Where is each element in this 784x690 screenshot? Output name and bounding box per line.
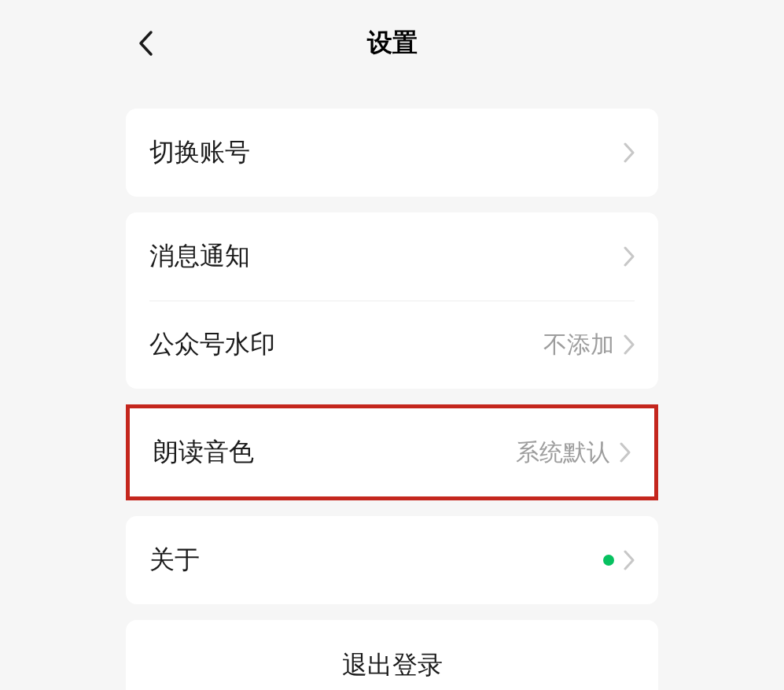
settings-page: 设置 切换账号 消息通知	[0, 0, 784, 690]
page-title: 设置	[367, 26, 418, 61]
logout-group: 退出登录	[126, 620, 658, 690]
chevron-right-icon	[624, 142, 635, 163]
row-switch-account[interactable]: 切换账号	[126, 109, 658, 197]
logout-button[interactable]: 退出登录	[126, 620, 658, 690]
row-label: 公众号水印	[149, 327, 275, 362]
row-right	[603, 550, 635, 570]
row-value: 不添加	[543, 329, 614, 361]
row-right: 系统默认	[516, 437, 631, 469]
chevron-right-icon	[620, 442, 631, 463]
badge-dot-icon	[603, 555, 614, 566]
row-label: 朗读音色	[153, 435, 254, 470]
settings-group: 关于	[126, 516, 658, 604]
row-watermark[interactable]: 公众号水印 不添加	[126, 301, 658, 389]
settings-group: 切换账号	[126, 109, 658, 197]
chevron-right-icon	[624, 334, 635, 355]
settings-group-highlighted: 朗读音色 系统默认	[126, 404, 658, 500]
row-label: 切换账号	[149, 135, 250, 170]
chevron-right-icon	[624, 550, 635, 570]
chevron-left-icon	[138, 30, 153, 57]
row-label: 消息通知	[149, 239, 250, 274]
row-right: 不添加	[543, 329, 635, 361]
logout-label: 退出登录	[342, 648, 443, 683]
back-button[interactable]	[130, 28, 161, 59]
settings-group: 消息通知 公众号水印 不添加	[126, 212, 658, 389]
row-right	[624, 142, 635, 163]
row-notifications[interactable]: 消息通知	[126, 212, 658, 301]
row-right	[624, 246, 635, 267]
row-about[interactable]: 关于	[126, 516, 658, 604]
row-label: 关于	[149, 543, 200, 577]
row-voice[interactable]: 朗读音色 系统默认	[130, 408, 654, 496]
header: 设置	[0, 0, 784, 87]
row-value: 系统默认	[516, 437, 610, 469]
chevron-right-icon	[624, 246, 635, 267]
